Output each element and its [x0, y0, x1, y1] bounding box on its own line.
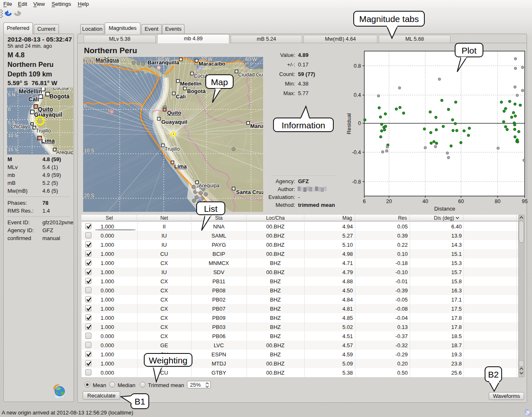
svg-text:5 N: 5 N	[8, 92, 15, 97]
svg-text:Trujillo: Trujillo	[165, 146, 180, 152]
svg-text:Arequip.: Arequip.	[56, 150, 73, 155]
svg-text:0: 0	[8, 107, 10, 112]
svg-text:Lima: Lima	[174, 163, 187, 169]
svg-text:0: 0	[358, 120, 361, 126]
svg-text:Lima: Lima	[41, 137, 55, 144]
svg-text:Bogotá: Bogotá	[187, 88, 206, 94]
svg-text:10 N: 10 N	[84, 58, 94, 64]
svg-text:6: 6	[363, 199, 366, 204]
svg-text:10 S: 10 S	[8, 133, 18, 138]
svg-text:0.4: 0.4	[354, 92, 361, 98]
svg-text:-0.8: -0.8	[352, 179, 361, 185]
svg-text:Medellín: Medellín	[19, 88, 42, 95]
svg-text:Cali: Cali	[176, 93, 186, 100]
svg-text:0.8: 0.8	[354, 63, 361, 69]
svg-text:Trujillo: Trujillo	[36, 128, 51, 134]
svg-text:Quito: Quito	[167, 110, 181, 116]
svg-text:Residual: Residual	[346, 113, 352, 135]
svg-text:Maracaibo: Maracaibo	[199, 61, 225, 67]
svg-text:80: 80	[495, 199, 500, 204]
svg-text:Arequipa: Arequipa	[199, 183, 219, 189]
svg-text:-0.4: -0.4	[352, 150, 361, 155]
svg-text:Managua: Managua	[96, 57, 119, 63]
svg-text:Cali: Cali	[28, 96, 39, 103]
svg-text:20: 20	[386, 199, 392, 204]
svg-text:20 S: 20 S	[84, 193, 94, 199]
svg-text:Cucuta: Cucuta	[53, 88, 69, 91]
svg-text:0: 0	[84, 103, 87, 109]
svg-text:10 S: 10 S	[84, 148, 94, 154]
svg-text:Guayaquil: Guayaquil	[161, 119, 187, 125]
svg-text:95: 95	[522, 199, 528, 204]
svg-text:15 S: 15 S	[8, 147, 18, 152]
svg-text:40: 40	[422, 199, 428, 204]
svg-text:Medellín: Medellín	[180, 81, 202, 87]
svg-text:Mana: Mana	[250, 123, 263, 129]
svg-text:Barranquilla: Barranquilla	[148, 59, 180, 66]
svg-text:Distance: Distance	[434, 206, 456, 212]
svg-text:Chiclayo: Chiclayo	[10, 124, 30, 130]
svg-text:Bogotá: Bogotá	[49, 93, 69, 100]
svg-text:60: 60	[458, 199, 464, 204]
